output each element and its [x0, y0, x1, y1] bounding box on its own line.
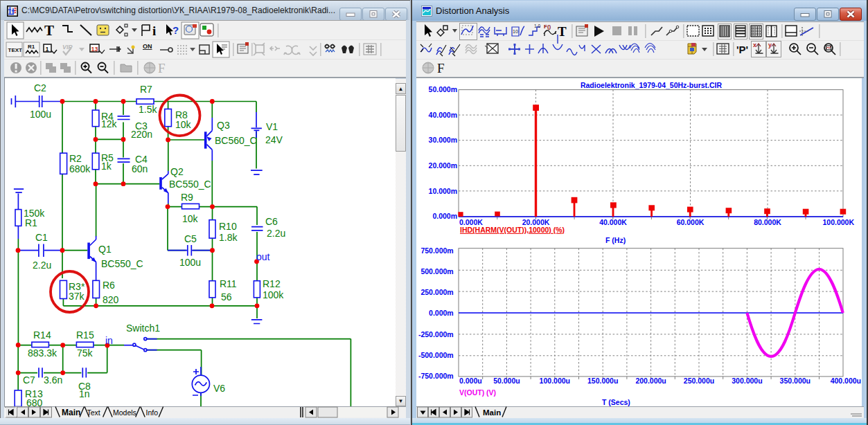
svg-text:i: i: [152, 24, 156, 38]
svg-text:1n: 1n: [79, 388, 90, 399]
svg-text:Q3: Q3: [217, 120, 230, 131]
svg-text:60n: 60n: [132, 163, 148, 174]
svg-text:1.8k: 1.8k: [219, 232, 238, 243]
svg-text:680k: 680k: [69, 163, 91, 174]
svg-text:680: 680: [26, 397, 43, 406]
svg-text:13: 13: [91, 46, 98, 53]
svg-text:V1: V1: [266, 121, 278, 132]
svg-text:y: y: [768, 42, 772, 48]
svg-text:883.3k: 883.3k: [28, 347, 57, 359]
svg-text:100u: 100u: [30, 109, 51, 120]
svg-text:820: 820: [103, 294, 119, 305]
svg-text:in: in: [105, 335, 113, 346]
svg-text:V(OUT) (V): V(OUT) (V): [459, 388, 496, 397]
svg-text:2.2u: 2.2u: [267, 228, 285, 239]
svg-text:100.000K: 100.000K: [822, 218, 854, 226]
svg-text:750.000m: 750.000m: [420, 246, 453, 255]
svg-text:C6: C6: [265, 216, 278, 227]
svg-text:2.2u: 2.2u: [33, 260, 51, 271]
svg-text:BC560_C: BC560_C: [215, 135, 257, 146]
svg-text:20.000K: 20.000K: [522, 218, 550, 226]
svg-text:R9: R9: [181, 192, 193, 203]
svg-text:-250.000m: -250.000m: [418, 330, 454, 338]
svg-text:50.000m: 50.000m: [429, 85, 457, 93]
svg-text:BC550_C: BC550_C: [169, 179, 211, 190]
svg-text:1: 1: [46, 46, 49, 53]
svg-text:24V: 24V: [265, 134, 283, 145]
svg-text:150.000u: 150.000u: [587, 377, 618, 385]
svg-text:3.6n: 3.6n: [44, 374, 62, 386]
svg-text:R2: R2: [69, 153, 82, 164]
svg-text:R1: R1: [25, 217, 37, 228]
svg-text:37k: 37k: [69, 291, 85, 302]
svg-text:F (Hz): F (Hz): [605, 236, 626, 244]
svg-text:10.000m: 10.000m: [429, 187, 457, 195]
svg-text:100.000u: 100.000u: [540, 377, 570, 385]
svg-text:-750.000m: -750.000m: [418, 372, 454, 380]
svg-text:V6: V6: [213, 383, 225, 394]
svg-text:Main: Main: [62, 408, 80, 417]
svg-text:R15: R15: [76, 329, 94, 341]
svg-text:100u: 100u: [179, 257, 201, 268]
svg-text:80.000K: 80.000K: [754, 218, 781, 226]
svg-text:250.000u: 250.000u: [684, 377, 714, 385]
svg-text:10k: 10k: [175, 119, 192, 130]
svg-text:40.000K: 40.000K: [599, 218, 627, 226]
svg-text:400.000u: 400.000u: [831, 377, 861, 385]
svg-text:75k: 75k: [77, 347, 94, 359]
svg-text:R12: R12: [263, 278, 281, 289]
svg-text:0.000u: 0.000u: [459, 377, 482, 385]
svg-text:F: F: [158, 61, 166, 75]
svg-text:C7: C7: [23, 374, 35, 386]
svg-text:T: T: [558, 24, 567, 39]
svg-text:Main: Main: [483, 408, 501, 417]
svg-text:1.0: 1.0: [534, 24, 540, 28]
svg-text:TEXT: TEXT: [8, 47, 23, 53]
svg-text:100k: 100k: [263, 289, 284, 300]
svg-text:C1: C1: [35, 232, 48, 243]
svg-text:Switch1: Switch1: [126, 323, 160, 334]
svg-text:R6: R6: [103, 280, 115, 291]
svg-text:10k: 10k: [182, 213, 199, 224]
svg-text:R11: R11: [220, 278, 237, 289]
svg-text:-500.000m: -500.000m: [418, 351, 454, 359]
svg-text:'P': 'P': [736, 44, 748, 55]
svg-text:Text: Text: [87, 408, 100, 417]
svg-text:x: x: [753, 42, 756, 48]
svg-text:?: ?: [172, 24, 179, 36]
svg-text:1k: 1k: [101, 161, 112, 172]
svg-text:1.5k: 1.5k: [139, 104, 157, 115]
svg-text:350.000u: 350.000u: [780, 377, 811, 385]
svg-text:Models: Models: [113, 408, 136, 417]
svg-text:0.000m: 0.000m: [429, 309, 454, 317]
svg-text:VIP: VIP: [62, 44, 73, 51]
svg-text:R14: R14: [33, 329, 51, 341]
svg-text:500.000m: 500.000m: [420, 267, 453, 275]
svg-text:Info: Info: [146, 408, 159, 417]
svg-text:10: 10: [513, 29, 518, 34]
svg-text:Q2: Q2: [170, 166, 184, 177]
svg-text:20.000m: 20.000m: [429, 161, 457, 170]
svg-text:R10: R10: [219, 221, 237, 232]
svg-text:Q1: Q1: [98, 244, 112, 255]
svg-text:T: T: [44, 22, 54, 39]
svg-text:C2: C2: [34, 82, 46, 93]
svg-text:Radioelektronik_1979-04_50Hz-b: Radioelektronik_1979-04_50Hz-burst.CIR: [581, 81, 723, 89]
svg-text:R7: R7: [140, 84, 152, 95]
svg-text:12k: 12k: [101, 118, 118, 129]
svg-text:220n: 220n: [131, 129, 152, 140]
svg-text:IHD(HARM(V(OUT)),10000) (%): IHD(HARM(V(OUT)),10000) (%): [460, 226, 565, 234]
svg-text:0.000K: 0.000K: [459, 218, 483, 226]
svg-text:ON: ON: [143, 43, 152, 50]
svg-text:R1: R1: [28, 44, 35, 50]
svg-text:250.000m: 250.000m: [420, 288, 453, 296]
svg-text:200.000u: 200.000u: [635, 377, 666, 385]
svg-text:C5: C5: [184, 233, 197, 244]
svg-text:F(): F(): [544, 24, 551, 30]
svg-text:50.000u: 50.000u: [493, 377, 520, 385]
svg-text:out: out: [256, 251, 270, 262]
svg-text:T (Secs): T (Secs): [602, 398, 630, 406]
svg-text:300.000u: 300.000u: [732, 377, 762, 385]
svg-text:F: F: [437, 61, 445, 75]
svg-text:30.000m: 30.000m: [429, 136, 457, 144]
